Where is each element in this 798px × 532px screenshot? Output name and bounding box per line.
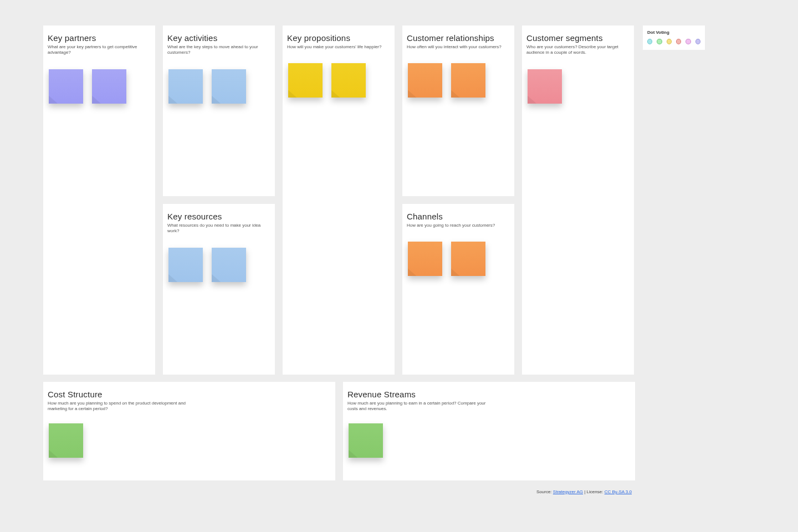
sticky-note[interactable]	[408, 242, 442, 276]
notes-container	[407, 242, 509, 276]
bottom-row: Cost Structure How much are you planning…	[43, 382, 635, 480]
section-subtitle: How often will you interact with your cu…	[407, 44, 509, 50]
sticky-note[interactable]	[451, 242, 485, 276]
vote-dot-purple[interactable]	[695, 39, 700, 44]
dot-voting-title: Dot Voting	[647, 30, 700, 35]
section-customer-segments[interactable]: Customer segments Who are your customers…	[522, 25, 634, 375]
sticky-note[interactable]	[92, 69, 126, 104]
notes-container	[167, 69, 269, 104]
section-title: Channels	[407, 212, 509, 221]
section-title: Customer relationships	[407, 33, 509, 43]
section-title: Customer segments	[526, 33, 628, 43]
section-channels[interactable]: Channels How are you going to reach your…	[402, 204, 514, 375]
notes-container	[48, 423, 330, 458]
license-link[interactable]: CC By-SA 3.0	[605, 489, 632, 494]
section-revenue-streams[interactable]: Revenue Streams How much are you plannin…	[343, 382, 635, 480]
section-subtitle: What resources do you need to make your …	[167, 223, 269, 234]
sticky-note[interactable]	[451, 63, 485, 98]
section-title: Revenue Streams	[347, 390, 630, 399]
sticky-note[interactable]	[49, 423, 83, 458]
sticky-note[interactable]	[212, 69, 246, 104]
notes-container	[526, 69, 628, 104]
sticky-note[interactable]	[349, 423, 383, 458]
sticky-note[interactable]	[288, 63, 323, 98]
notes-container	[167, 248, 269, 282]
sticky-note[interactable]	[168, 69, 203, 104]
notes-container	[287, 63, 389, 98]
notes-container	[407, 63, 509, 98]
section-title: Key resources	[167, 212, 269, 221]
section-title: Key propositions	[287, 33, 389, 43]
section-key-activities[interactable]: Key activities What are the key steps to…	[163, 25, 275, 196]
sticky-note[interactable]	[408, 63, 442, 98]
sticky-note[interactable]	[528, 69, 562, 104]
vote-dot-green[interactable]	[657, 39, 662, 44]
source-label: Source:	[536, 489, 553, 494]
section-title: Key partners	[48, 33, 150, 43]
section-subtitle: How much are you planning to earn in a c…	[347, 401, 492, 412]
section-key-partners[interactable]: Key partners What are your key partners …	[43, 25, 155, 375]
section-title: Key activities	[167, 33, 269, 43]
section-subtitle: How will you make your customers' life h…	[287, 44, 389, 50]
top-row: Key partners What are your key partners …	[43, 25, 635, 375]
section-subtitle: How much are you planning to spend on th…	[48, 401, 192, 412]
footer-separator: | License:	[584, 489, 604, 494]
section-subtitle: What are your key partners to get compet…	[48, 44, 150, 56]
business-model-canvas: Key partners What are your key partners …	[43, 25, 635, 480]
attribution-footer: Source: Strategyzer AG | License: CC By-…	[536, 489, 632, 494]
sticky-note[interactable]	[212, 248, 246, 282]
notes-container	[347, 423, 630, 458]
sticky-note[interactable]	[168, 248, 203, 282]
section-subtitle: How are you going to reach your customer…	[407, 223, 509, 228]
section-title: Cost Structure	[48, 390, 330, 399]
vote-dot-red[interactable]	[676, 39, 681, 44]
vote-dot-pink[interactable]	[686, 39, 690, 44]
source-link[interactable]: Strategyzer AG	[553, 489, 583, 494]
section-key-resources[interactable]: Key resources What resources do you need…	[163, 204, 275, 375]
section-subtitle: What are the key steps to move ahead to …	[167, 44, 269, 56]
section-key-propositions[interactable]: Key propositions How will you make your …	[283, 25, 395, 375]
vote-dot-cyan[interactable]	[647, 39, 652, 44]
sticky-note[interactable]	[49, 69, 83, 104]
dot-voting-row	[647, 39, 700, 44]
dot-voting-panel: Dot Voting	[643, 25, 705, 50]
notes-container	[48, 69, 150, 104]
sticky-note[interactable]	[331, 63, 366, 98]
section-subtitle: Who are your customers? Describe your ta…	[526, 44, 628, 56]
vote-dot-yellow[interactable]	[667, 39, 672, 44]
section-customer-relationships[interactable]: Customer relationships How often will yo…	[402, 25, 514, 196]
section-cost-structure[interactable]: Cost Structure How much are you planning…	[43, 382, 335, 480]
